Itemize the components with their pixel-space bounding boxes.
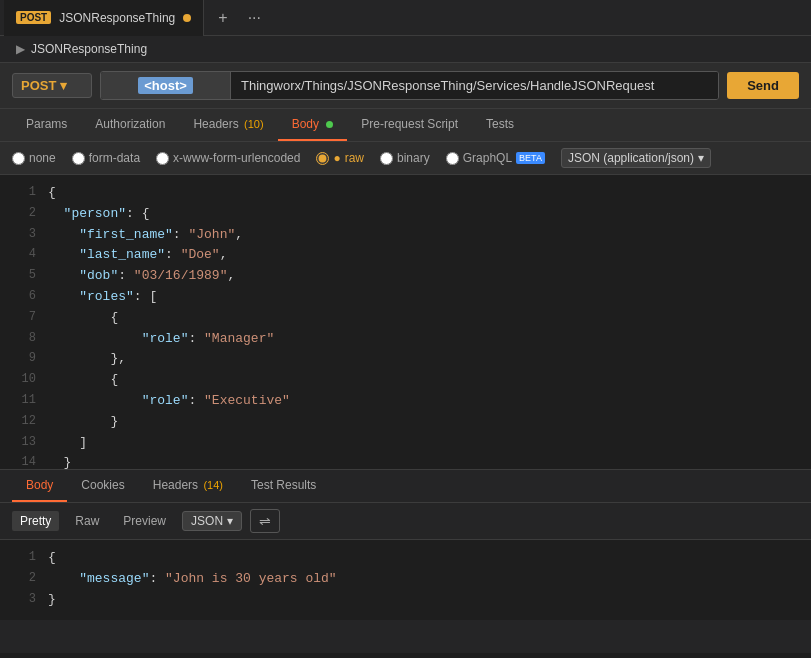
code-line: 6 "roles": [ xyxy=(0,287,811,308)
resp-tab-body[interactable]: Body xyxy=(12,470,67,502)
line-content: "person": { xyxy=(48,204,803,225)
more-options-button[interactable]: ··· xyxy=(242,7,267,29)
option-raw[interactable]: ● raw xyxy=(316,151,364,165)
fmt-raw[interactable]: Raw xyxy=(67,511,107,531)
breadcrumb: ▶ JSONResponseThing xyxy=(0,36,811,63)
radio-raw[interactable] xyxy=(316,152,329,165)
line-number: 9 xyxy=(8,349,36,370)
fmt-preview[interactable]: Preview xyxy=(115,511,174,531)
line-number: 2 xyxy=(8,204,36,225)
code-line: 11 "role": "Executive" xyxy=(0,391,811,412)
code-line: 2 "person": { xyxy=(0,204,811,225)
response-line: 3} xyxy=(0,590,811,611)
tab-tests[interactable]: Tests xyxy=(472,109,528,141)
tab-prerequest[interactable]: Pre-request Script xyxy=(347,109,472,141)
tab-authorization[interactable]: Authorization xyxy=(81,109,179,141)
code-line: 7 { xyxy=(0,308,811,329)
line-number: 10 xyxy=(8,370,36,391)
code-line: 3 "first_name": "John", xyxy=(0,225,811,246)
resp-headers-badge: (14) xyxy=(203,479,223,491)
line-number: 8 xyxy=(8,329,36,350)
line-content: "role": "Executive" xyxy=(48,391,803,412)
method-label: POST xyxy=(21,78,56,93)
format-select[interactable]: JSON (application/json) ▾ xyxy=(561,148,711,168)
line-number: 11 xyxy=(8,391,36,412)
line-number: 1 xyxy=(8,548,36,569)
fmt-pretty[interactable]: Pretty xyxy=(12,511,59,531)
main-content: POST ▾ <host> Send Params Authorization … xyxy=(0,63,811,653)
url-path-input[interactable] xyxy=(231,72,718,99)
host-box[interactable]: <host> xyxy=(101,72,231,99)
method-chevron: ▾ xyxy=(60,78,67,93)
tab-params[interactable]: Params xyxy=(12,109,81,141)
line-number: 2 xyxy=(8,569,36,590)
json-format-select[interactable]: JSON ▾ xyxy=(182,511,242,531)
tab-method-badge: POST xyxy=(16,11,51,24)
response-tabs: Body Cookies Headers (14) Test Results xyxy=(0,470,811,503)
breadcrumb-arrow: ▶ xyxy=(16,42,25,56)
line-content: "roles": [ xyxy=(48,287,803,308)
line-content: ] xyxy=(48,433,803,454)
active-tab[interactable]: POST JSONResponseThing xyxy=(4,0,204,36)
code-line: 8 "role": "Manager" xyxy=(0,329,811,350)
new-tab-button[interactable]: + xyxy=(212,7,233,29)
line-number: 3 xyxy=(8,590,36,611)
line-number: 6 xyxy=(8,287,36,308)
tab-headers[interactable]: Headers (10) xyxy=(179,109,277,141)
wrap-button[interactable]: ⇌ xyxy=(250,509,280,533)
radio-graphql[interactable] xyxy=(446,152,459,165)
radio-none[interactable] xyxy=(12,152,25,165)
line-content: "first_name": "John", xyxy=(48,225,803,246)
line-number: 12 xyxy=(8,412,36,433)
code-line: 5 "dob": "03/16/1989", xyxy=(0,266,811,287)
line-number: 4 xyxy=(8,245,36,266)
line-content: { xyxy=(48,183,803,204)
breadcrumb-label: JSONResponseThing xyxy=(31,42,147,56)
code-line: 9 }, xyxy=(0,349,811,370)
code-line: 10 { xyxy=(0,370,811,391)
host-label: <host> xyxy=(138,77,193,94)
response-format-bar: Pretty Raw Preview JSON ▾ ⇌ xyxy=(0,503,811,540)
line-content: "role": "Manager" xyxy=(48,329,803,350)
url-bar: POST ▾ <host> Send xyxy=(0,63,811,109)
resp-tab-test-results[interactable]: Test Results xyxy=(237,470,330,502)
option-form-data[interactable]: form-data xyxy=(72,151,140,165)
send-button[interactable]: Send xyxy=(727,72,799,99)
option-binary[interactable]: binary xyxy=(380,151,430,165)
code-line: 14 } xyxy=(0,453,811,470)
code-line: 1{ xyxy=(0,183,811,204)
line-content: } xyxy=(48,453,803,470)
code-line: 13 ] xyxy=(0,433,811,454)
line-number: 14 xyxy=(8,453,36,470)
json-format-label: JSON xyxy=(191,514,223,528)
tab-bar: POST JSONResponseThing + ··· xyxy=(0,0,811,36)
radio-form-data[interactable] xyxy=(72,152,85,165)
line-content: { xyxy=(48,308,803,329)
option-graphql[interactable]: GraphQL BETA xyxy=(446,151,545,165)
radio-urlencoded[interactable] xyxy=(156,152,169,165)
option-urlencoded[interactable]: x-www-form-urlencoded xyxy=(156,151,300,165)
line-content: "last_name": "Doe", xyxy=(48,245,803,266)
tab-name: JSONResponseThing xyxy=(59,11,175,25)
response-section: Body Cookies Headers (14) Test Results P… xyxy=(0,470,811,653)
response-line: 2 "message": "John is 30 years old" xyxy=(0,569,811,590)
radio-binary[interactable] xyxy=(380,152,393,165)
line-content: } xyxy=(48,590,803,611)
format-label: JSON (application/json) xyxy=(568,151,694,165)
tab-modified-dot xyxy=(183,14,191,22)
option-none[interactable]: none xyxy=(12,151,56,165)
json-format-chevron: ▾ xyxy=(227,514,233,528)
line-number: 13 xyxy=(8,433,36,454)
line-content: "dob": "03/16/1989", xyxy=(48,266,803,287)
request-tabs: Params Authorization Headers (10) Body P… xyxy=(0,109,811,142)
tab-body[interactable]: Body xyxy=(278,109,348,141)
code-editor[interactable]: 1{2 "person": {3 "first_name": "John",4 … xyxy=(0,175,811,470)
resp-tab-cookies[interactable]: Cookies xyxy=(67,470,138,502)
method-select[interactable]: POST ▾ xyxy=(12,73,92,98)
code-line: 12 } xyxy=(0,412,811,433)
resp-tab-headers[interactable]: Headers (14) xyxy=(139,470,237,502)
response-code-editor: 1{2 "message": "John is 30 years old"3} xyxy=(0,540,811,620)
line-number: 1 xyxy=(8,183,36,204)
body-active-dot xyxy=(326,121,333,128)
line-number: 7 xyxy=(8,308,36,329)
